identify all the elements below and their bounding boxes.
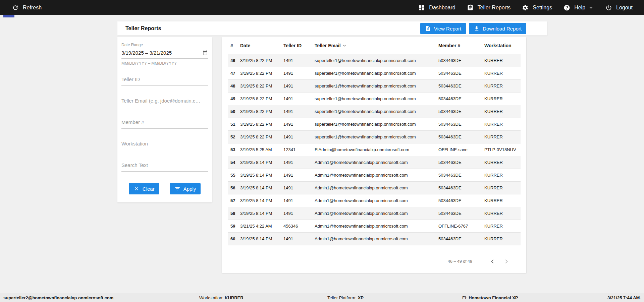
statusbar-fi: FI:Hometown Financial XP bbox=[462, 295, 518, 300]
page-title: Teller Reports bbox=[125, 25, 161, 32]
close-icon bbox=[133, 186, 140, 192]
nav-dashboard-label: Dashboard bbox=[429, 5, 455, 11]
refresh-button[interactable]: Refresh bbox=[12, 4, 42, 11]
table-row[interactable]: 53 3/19/25 5:25 AM 12341 FIAdmin@hometow… bbox=[228, 143, 521, 156]
view-report-button[interactable]: View Report bbox=[420, 23, 466, 34]
download-report-button[interactable]: Download Report bbox=[469, 23, 526, 34]
nav-settings[interactable]: Settings bbox=[522, 4, 552, 11]
table-row[interactable]: 47 3/19/25 8:22 PM 1491 superteller1@hom… bbox=[228, 67, 521, 79]
workstation-input[interactable] bbox=[121, 139, 208, 150]
cell-workstation: KURRER bbox=[484, 67, 521, 79]
cell-workstation: KURRER bbox=[484, 181, 521, 194]
download-report-label: Download Report bbox=[483, 26, 522, 32]
cell-row-number: 60 bbox=[228, 232, 240, 245]
statusbar-platform-value: XP bbox=[358, 295, 364, 300]
table-row[interactable]: 59 3/21/25 4:22 AM 456346 Admin1@hometow… bbox=[228, 220, 521, 232]
calendar-button[interactable] bbox=[202, 50, 208, 56]
cell-teller-email: superteller1@hometownfinancialxp.onmicro… bbox=[315, 105, 438, 118]
statusbar-fi-label: FI: bbox=[462, 295, 467, 300]
cell-teller-id: 456346 bbox=[283, 220, 315, 232]
cell-teller-id: 1491 bbox=[283, 194, 315, 207]
date-range-field[interactable]: 3/19/2025 – 3/21/2025 bbox=[121, 50, 208, 59]
table-row[interactable]: 48 3/19/25 8:22 PM 1491 superteller1@hom… bbox=[228, 79, 521, 92]
table-row[interactable]: 52 3/19/25 8:22 PM 1491 superteller1@hom… bbox=[228, 130, 521, 143]
table-row[interactable]: 51 3/19/25 8:22 PM 1491 superteller1@hom… bbox=[228, 118, 521, 130]
cell-row-number: 46 bbox=[228, 54, 240, 67]
cell-workstation: KURRER bbox=[484, 207, 521, 220]
date-range-value[interactable]: 3/19/2025 – 3/21/2025 bbox=[121, 50, 172, 56]
filters-panel: Date Range 3/19/2025 – 3/21/2025 MM/DD/Y… bbox=[117, 37, 212, 202]
filter-buttons-row: Clear Apply bbox=[121, 183, 208, 194]
table-header: # Date Teller ID Teller Email Member # W… bbox=[228, 37, 521, 54]
table-row[interactable]: 55 3/19/25 8:14 PM 1491 Admin1@hometownf… bbox=[228, 169, 521, 181]
apply-button[interactable]: Apply bbox=[170, 183, 201, 194]
cell-row-number: 51 bbox=[228, 118, 240, 130]
table-row[interactable]: 49 3/19/25 8:22 PM 1491 superteller1@hom… bbox=[228, 92, 521, 105]
apply-label: Apply bbox=[183, 186, 196, 192]
cell-row-number: 53 bbox=[228, 143, 240, 156]
cell-teller-id: 1491 bbox=[283, 92, 315, 105]
table-row[interactable]: 58 3/19/25 8:14 PM 1491 Admin1@hometownf… bbox=[228, 207, 521, 220]
cell-date: 3/19/25 8:22 PM bbox=[240, 92, 283, 105]
teller-email-input[interactable] bbox=[121, 96, 208, 107]
column-header-number[interactable]: # bbox=[228, 37, 240, 54]
cell-date: 3/19/25 5:25 AM bbox=[240, 143, 283, 156]
column-header-teller-id[interactable]: Teller ID bbox=[283, 37, 315, 54]
cell-teller-id: 1491 bbox=[283, 130, 315, 143]
next-page-button[interactable] bbox=[502, 257, 511, 265]
cell-member-number: 5034463DE bbox=[438, 181, 484, 194]
nav-teller-reports-label: Teller Reports bbox=[478, 5, 511, 11]
previous-page-button[interactable] bbox=[488, 257, 496, 265]
nav-teller-reports[interactable]: Teller Reports bbox=[467, 4, 511, 11]
column-header-date[interactable]: Date bbox=[240, 37, 283, 54]
calendar-icon bbox=[202, 50, 208, 56]
cell-teller-id: 1491 bbox=[283, 105, 315, 118]
date-range-label: Date Range bbox=[121, 43, 208, 47]
cell-teller-email: superteller1@hometownfinancialxp.onmicro… bbox=[315, 54, 438, 67]
clear-button[interactable]: Clear bbox=[129, 183, 159, 194]
refresh-icon bbox=[12, 4, 19, 11]
date-range-hint: MM/DD/YYYY – MM/DD/YYYY bbox=[121, 61, 208, 66]
column-header-teller-email[interactable]: Teller Email bbox=[315, 37, 438, 54]
table-row[interactable]: 50 3/19/25 8:22 PM 1491 superteller1@hom… bbox=[228, 105, 521, 118]
cell-date: 3/19/25 8:22 PM bbox=[240, 79, 283, 92]
cell-date: 3/21/25 4:22 AM bbox=[240, 220, 283, 232]
document-icon bbox=[425, 25, 431, 32]
table-row[interactable]: 46 3/19/25 8:22 PM 1491 superteller1@hom… bbox=[228, 54, 521, 67]
cell-date: 3/19/25 8:22 PM bbox=[240, 130, 283, 143]
main-content: Teller Reports View Report Download Repo… bbox=[0, 15, 644, 293]
cell-member-number: 5034463DE bbox=[438, 54, 484, 67]
cell-row-number: 58 bbox=[228, 207, 240, 220]
table-row[interactable]: 56 3/19/25 8:14 PM 1491 Admin1@hometownf… bbox=[228, 181, 521, 194]
cell-workstation: KURRER bbox=[484, 79, 521, 92]
cell-teller-email: superteller1@hometownfinancialxp.onmicro… bbox=[315, 92, 438, 105]
column-header-workstation[interactable]: Workstation bbox=[484, 37, 521, 54]
table-row[interactable]: 54 3/19/25 8:14 PM 1491 Admin1@hometownf… bbox=[228, 156, 521, 169]
nav-logout[interactable]: Logout bbox=[605, 4, 633, 11]
cell-workstation: KURRER bbox=[484, 232, 521, 245]
cell-row-number: 47 bbox=[228, 67, 240, 79]
cell-teller-id: 1491 bbox=[283, 67, 315, 79]
column-header-member[interactable]: Member # bbox=[438, 37, 484, 54]
nav-help[interactable]: Help bbox=[564, 4, 594, 11]
nav-dashboard[interactable]: Dashboard bbox=[418, 4, 455, 11]
chevron-right-icon bbox=[502, 257, 511, 265]
cell-teller-email: Admin1@hometownfinancialxp.onmicrosoft.c… bbox=[315, 220, 438, 232]
cell-teller-id: 1491 bbox=[283, 156, 315, 169]
cell-date: 3/19/25 8:14 PM bbox=[240, 169, 283, 181]
cell-teller-id: 1491 bbox=[283, 207, 315, 220]
cell-member-number: 5034463DE bbox=[438, 169, 484, 181]
cell-workstation: KURRER bbox=[484, 169, 521, 181]
table-row[interactable]: 60 3/19/25 8:14 PM 1491 Admin1@hometownf… bbox=[228, 232, 521, 245]
statusbar: superteller2@hometownfinancialxp.onmicro… bbox=[0, 293, 644, 302]
cell-teller-email: superteller1@hometownfinancialxp.onmicro… bbox=[315, 130, 438, 143]
member-number-input[interactable] bbox=[121, 117, 208, 129]
cell-member-number: 5034463DE bbox=[438, 130, 484, 143]
sort-descending-icon bbox=[342, 43, 347, 48]
filter-icon bbox=[174, 186, 180, 192]
cell-teller-email: Admin1@hometownfinancialxp.onmicrosoft.c… bbox=[315, 207, 438, 220]
search-text-input[interactable] bbox=[121, 160, 208, 172]
table-row[interactable]: 57 3/19/25 8:14 PM 1491 Admin1@hometownf… bbox=[228, 194, 521, 207]
chevron-down-icon bbox=[588, 5, 594, 11]
teller-id-input[interactable] bbox=[121, 74, 208, 86]
